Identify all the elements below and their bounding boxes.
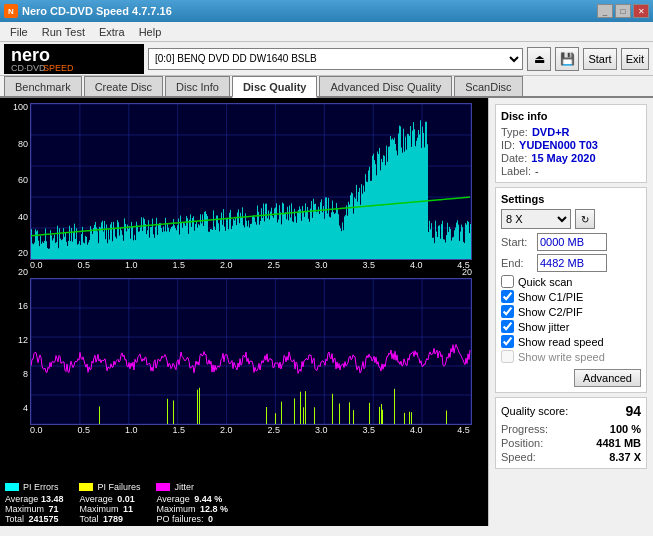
start-input[interactable] bbox=[537, 233, 607, 251]
speed-selector[interactable]: 8 X Maximum 4 X 2 X 1 X bbox=[501, 209, 571, 229]
pi-errors-avg-label: Average bbox=[5, 494, 38, 504]
disc-label-key: Label: bbox=[501, 165, 531, 177]
legend-jitter: Jitter Average 9.44 % Maximum 12.8 % PO … bbox=[156, 482, 228, 524]
disc-date-row: Date: 15 May 2020 bbox=[501, 152, 641, 164]
pi-errors-total: 241575 bbox=[29, 514, 59, 524]
speed-row-2: Speed: 8.37 X bbox=[501, 451, 641, 463]
pi-failures-avg-label: Average bbox=[79, 494, 112, 504]
show-c2-checkbox[interactable] bbox=[501, 305, 514, 318]
date-key: Date: bbox=[501, 152, 527, 164]
show-c1-label: Show C1/PIE bbox=[518, 291, 583, 303]
pi-failures-label: PI Failures bbox=[97, 482, 140, 492]
y-label-40: 40 bbox=[18, 213, 28, 222]
show-jitter-checkbox[interactable] bbox=[501, 320, 514, 333]
show-write-speed-row: Show write speed bbox=[501, 350, 641, 363]
disc-info-panel: Disc info Type: DVD+R ID: YUDEN000 T03 D… bbox=[495, 104, 647, 183]
svg-text:SPEED: SPEED bbox=[43, 63, 74, 73]
show-c1-checkbox[interactable] bbox=[501, 290, 514, 303]
app-icon: N bbox=[4, 4, 18, 18]
id-value: YUDEN000 T03 bbox=[519, 139, 598, 151]
menu-extra[interactable]: Extra bbox=[93, 24, 131, 40]
po-failures: 0 bbox=[208, 514, 213, 524]
pi-errors-max-label: Maximum bbox=[5, 504, 44, 514]
tab-scandisc[interactable]: ScanDisc bbox=[454, 76, 522, 96]
speed-value: 8.37 X bbox=[609, 451, 641, 463]
pi-errors-total-label: Total bbox=[5, 514, 24, 524]
drive-selector[interactable]: [0:0] BENQ DVD DD DW1640 BSLB bbox=[148, 48, 523, 70]
type-value: DVD+R bbox=[532, 126, 570, 138]
y-label-80: 80 bbox=[18, 140, 28, 149]
position-label: Position: bbox=[501, 437, 543, 449]
progress-row: Progress: 100 % bbox=[501, 423, 641, 435]
svg-text:CD·DVD: CD·DVD bbox=[11, 63, 46, 73]
start-row: Start: bbox=[501, 233, 641, 251]
chart-area: 100 80 60 40 20 20 16 12 8 4 0.0 0.5 1.0… bbox=[0, 98, 488, 526]
settings-title: Settings bbox=[501, 193, 641, 205]
show-read-speed-checkbox[interactable] bbox=[501, 335, 514, 348]
refresh-button[interactable]: ↻ bbox=[575, 209, 595, 229]
svg-text:nero: nero bbox=[11, 45, 50, 65]
jitter-color bbox=[156, 483, 170, 491]
id-key: ID: bbox=[501, 139, 515, 151]
pi-failures-color bbox=[79, 483, 93, 491]
window-title: Nero CD-DVD Speed 4.7.7.16 bbox=[22, 5, 172, 17]
pi-failures-total-label: Total bbox=[79, 514, 98, 524]
start-button[interactable]: Start bbox=[583, 48, 616, 70]
tab-advanced-disc-quality[interactable]: Advanced Disc Quality bbox=[319, 76, 452, 96]
y-label-20-top: 20 bbox=[18, 249, 28, 258]
quality-score-row: Quality score: 94 bbox=[501, 403, 641, 419]
tab-disc-quality[interactable]: Disc Quality bbox=[232, 76, 318, 98]
pi-failures-max-label: Maximum bbox=[79, 504, 118, 514]
jitter-max-label: Maximum bbox=[156, 504, 195, 514]
show-c1-row: Show C1/PIE bbox=[501, 290, 641, 303]
position-value: 4481 MB bbox=[596, 437, 641, 449]
quick-scan-row: Quick scan bbox=[501, 275, 641, 288]
exit-button[interactable]: Exit bbox=[621, 48, 649, 70]
show-c2-label: Show C2/PIF bbox=[518, 306, 583, 318]
eject-button[interactable]: ⏏ bbox=[527, 47, 551, 71]
menubar: File Run Test Extra Help bbox=[0, 22, 653, 42]
show-jitter-row: Show jitter bbox=[501, 320, 641, 333]
disc-id-row: ID: YUDEN000 T03 bbox=[501, 139, 641, 151]
settings-panel: Settings 8 X Maximum 4 X 2 X 1 X ↻ Start… bbox=[495, 187, 647, 393]
menu-file[interactable]: File bbox=[4, 24, 34, 40]
menu-help[interactable]: Help bbox=[133, 24, 168, 40]
end-row: End: bbox=[501, 254, 641, 272]
show-read-speed-row: Show read speed bbox=[501, 335, 641, 348]
type-key: Type: bbox=[501, 126, 528, 138]
pi-errors-label: PI Errors bbox=[23, 482, 59, 492]
pi-failures-total: 1789 bbox=[103, 514, 123, 524]
jitter-avg-label: Average bbox=[156, 494, 189, 504]
show-read-speed-label: Show read speed bbox=[518, 336, 604, 348]
po-failures-label: PO failures: bbox=[156, 514, 203, 524]
pi-failures-max: 11 bbox=[123, 504, 133, 514]
tab-benchmark[interactable]: Benchmark bbox=[4, 76, 82, 96]
speed-label: Speed: bbox=[501, 451, 536, 463]
jitter-label: Jitter bbox=[174, 482, 194, 492]
jitter-max: 12.8 % bbox=[200, 504, 228, 514]
end-input[interactable] bbox=[537, 254, 607, 272]
quality-panel: Quality score: 94 Progress: 100 % Positi… bbox=[495, 397, 647, 469]
disc-label-row: Label: - bbox=[501, 165, 641, 177]
titlebar: N Nero CD-DVD Speed 4.7.7.16 _ □ ✕ bbox=[0, 0, 653, 22]
window-controls: _ □ ✕ bbox=[597, 4, 649, 18]
quick-scan-checkbox[interactable] bbox=[501, 275, 514, 288]
quick-scan-label: Quick scan bbox=[518, 276, 572, 288]
tab-disc-info[interactable]: Disc Info bbox=[165, 76, 230, 96]
minimize-button[interactable]: _ bbox=[597, 4, 613, 18]
disc-type-row: Type: DVD+R bbox=[501, 126, 641, 138]
quality-score-label: Quality score: bbox=[501, 405, 568, 417]
pi-errors-color bbox=[5, 483, 19, 491]
menu-run-test[interactable]: Run Test bbox=[36, 24, 91, 40]
progress-value: 100 % bbox=[610, 423, 641, 435]
y-label-100: 100 bbox=[13, 103, 28, 112]
close-button[interactable]: ✕ bbox=[633, 4, 649, 18]
maximize-button[interactable]: □ bbox=[615, 4, 631, 18]
quality-score-value: 94 bbox=[625, 403, 641, 419]
tab-create-disc[interactable]: Create Disc bbox=[84, 76, 163, 96]
advanced-button[interactable]: Advanced bbox=[574, 369, 641, 387]
position-row: Position: 4481 MB bbox=[501, 437, 641, 449]
save-button[interactable]: 💾 bbox=[555, 47, 579, 71]
right-panel: Disc info Type: DVD+R ID: YUDEN000 T03 D… bbox=[488, 98, 653, 526]
show-c2-row: Show C2/PIF bbox=[501, 305, 641, 318]
